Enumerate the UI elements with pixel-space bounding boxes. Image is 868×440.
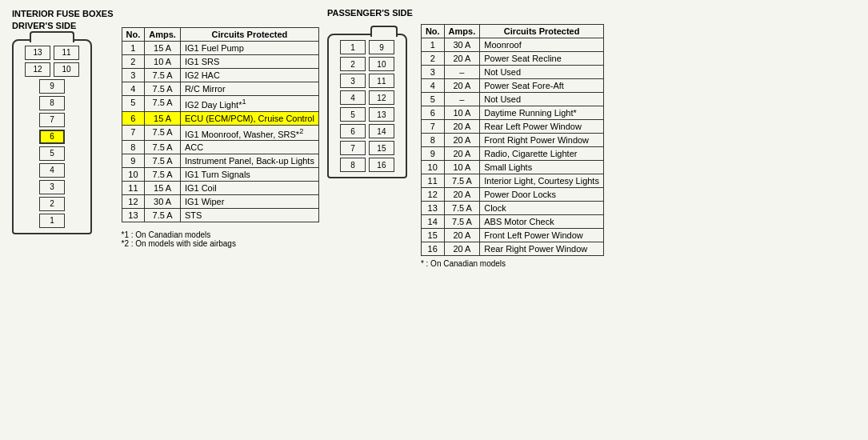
fuse-slot-p14: 14	[369, 124, 394, 138]
table-row: 16 20 A Rear Right Power Window	[421, 242, 603, 256]
table-row: 7 7.5 A IG1 Moonroof, Washer, SRS*2	[122, 125, 318, 141]
col-header-circuits: Circuits Protected	[480, 25, 604, 38]
passenger-fuse-diagram: 1 9 2 10 3 11 4 12 5 13 6 14	[327, 34, 407, 178]
fuse-row: 8 16	[335, 158, 399, 172]
table-row: 8 7.5 A ACC	[122, 141, 318, 154]
fuse-slot-p2: 2	[340, 57, 366, 71]
table-row: 10 7.5 A IG1 Turn Signals	[122, 168, 318, 182]
passenger-fuse-table: No. Amps. Circuits Protected 1 30 A Moon…	[421, 24, 604, 256]
table-row: 10 10 A Small Lights	[421, 161, 603, 174]
driver-footnotes: *1 : On Canadian models *2 : On models w…	[122, 230, 319, 248]
fuse-slot-p8: 8	[340, 158, 366, 172]
fuse-slot-p16: 16	[369, 158, 394, 172]
table-row: 5 7.5 A IG2 Day Light*1	[122, 96, 318, 112]
fuse-row: 13 11	[20, 46, 84, 60]
footnote-1: *1 : On Canadian models	[122, 230, 319, 239]
fuse-slot-p3: 3	[340, 74, 366, 88]
fuse-slot-4: 4	[39, 163, 65, 178]
driver-side-section: INTERIOR FUSE BOXESDRIVER'S SIDE 13 11 1…	[12, 8, 114, 432]
fuse-row: 2 10	[335, 57, 399, 71]
table-row: 13 7.5 A Clock	[421, 202, 603, 215]
col-header-no: No.	[122, 28, 145, 42]
passenger-footnote: * : On Canadian models	[421, 259, 604, 268]
fuse-slot-11: 11	[54, 46, 79, 60]
fuse-row: 4 12	[335, 90, 399, 105]
fuse-row: 7 15	[335, 141, 399, 155]
fuse-row: 3 11	[335, 74, 399, 88]
fuse-slot-10: 10	[54, 62, 79, 77]
table-row: 13 7.5 A STS	[122, 209, 318, 222]
fuse-slot-7: 7	[39, 113, 65, 127]
table-row: 15 20 A Front Left Power Window	[421, 229, 603, 242]
fuse-slot-2: 2	[39, 197, 65, 211]
fuse-row: 1	[20, 214, 84, 228]
table-row: 6 10 A Daytime Running Light*	[421, 106, 603, 120]
fuse-slot-p13: 13	[369, 107, 394, 122]
fuse-row: 7	[20, 113, 84, 127]
table-row: 9 20 A Radio, Cigarette Lighter	[421, 147, 603, 161]
table-row: 14 7.5 A ABS Motor Check	[421, 215, 603, 229]
table-row: 9 7.5 A Instrument Panel, Back-up Lights	[122, 154, 318, 168]
fuse-row: 2	[20, 197, 84, 211]
fuse-row: 9	[20, 79, 84, 94]
fuse-slot-p5: 5	[340, 107, 366, 122]
table-row: 8 20 A Front Right Power Window	[421, 134, 603, 147]
fuse-slot-p12: 12	[369, 90, 394, 105]
col-header-circuits: Circuits Protected	[180, 28, 318, 42]
fuse-row: 12 10	[20, 62, 84, 77]
table-row: 12 30 A IG1 Wiper	[122, 195, 318, 209]
driver-side-title: INTERIOR FUSE BOXESDRIVER'S SIDE	[12, 8, 114, 33]
driver-table-section: No. Amps. Circuits Protected 1 15 A IG1 …	[122, 8, 319, 432]
fuse-slot-12: 12	[25, 62, 50, 77]
table-row: 4 7.5 A R/C Mirror	[122, 82, 318, 96]
fuse-slot-8: 8	[39, 96, 65, 110]
passenger-side-section: PASSENGER'S SIDE 1 9 2 10 3 11 4 12 5 13	[327, 8, 604, 432]
fuse-slot-p4: 4	[340, 90, 366, 105]
table-row: 1 30 A Moonroof	[421, 38, 603, 52]
fuse-row: 4	[20, 163, 84, 178]
table-row: 3 – Not Used	[421, 66, 603, 79]
fuse-slot-p11: 11	[369, 74, 394, 88]
table-row: 4 20 A Power Seat Fore-Aft	[421, 79, 603, 93]
col-header-amps: Amps.	[444, 25, 480, 38]
fuse-row: 8	[20, 96, 84, 110]
fuse-slot-p9: 9	[369, 40, 394, 54]
col-header-no: No.	[421, 25, 444, 38]
fuse-row: 5	[20, 146, 84, 161]
fuse-slot-p6: 6	[340, 124, 366, 138]
fuse-slot-p10: 10	[369, 57, 394, 71]
table-row: 1 15 A IG1 Fuel Pump	[122, 42, 318, 55]
table-row: 2 20 A Power Seat Recline	[421, 52, 603, 66]
fuse-slot-13: 13	[25, 46, 50, 60]
table-row: 5 – Not Used	[421, 93, 603, 106]
table-row: 7 20 A Rear Left Power Window	[421, 120, 603, 134]
footnote-2: *2 : On models with side airbags	[122, 239, 319, 248]
fuse-slot-6-highlighted: 6	[39, 130, 65, 144]
table-row: 11 7.5 A Interior Light, Courtesy Lights	[421, 174, 603, 188]
col-header-amps: Amps.	[145, 28, 181, 42]
fuse-row: 1 9	[335, 40, 399, 54]
fuse-row: 5 13	[335, 107, 399, 122]
fuse-row: 6 14	[335, 124, 399, 138]
fuse-slot-9: 9	[39, 79, 65, 94]
passenger-diagram-container: PASSENGER'S SIDE 1 9 2 10 3 11 4 12 5 13	[327, 8, 413, 432]
fuse-slot-p7: 7	[340, 141, 366, 155]
driver-fuse-diagram: 13 11 12 10 9 8 7 6 5 4 3 2	[12, 39, 92, 234]
table-row: 12 20 A Power Door Locks	[421, 188, 603, 202]
fuse-row: 3	[20, 180, 84, 194]
fuse-slot-5: 5	[39, 146, 65, 161]
table-row: 11 15 A IG1 Coil	[122, 182, 318, 195]
fuse-slot-p1: 1	[340, 40, 366, 54]
table-row-highlighted: 6 15 A ECU (ECM/PCM), Cruise Control	[122, 111, 318, 125]
fuse-slot-1: 1	[39, 214, 65, 228]
passenger-side-title: PASSENGER'S SIDE	[327, 8, 413, 18]
table-row: 2 10 A IG1 SRS	[122, 55, 318, 69]
passenger-table-section: No. Amps. Circuits Protected 1 30 A Moon…	[421, 8, 604, 432]
fuse-row: 6	[20, 130, 84, 144]
fuse-slot-3: 3	[39, 180, 65, 194]
driver-fuse-table: No. Amps. Circuits Protected 1 15 A IG1 …	[122, 27, 319, 222]
fuse-slot-p15: 15	[369, 141, 394, 155]
table-row: 3 7.5 A IG2 HAC	[122, 69, 318, 82]
